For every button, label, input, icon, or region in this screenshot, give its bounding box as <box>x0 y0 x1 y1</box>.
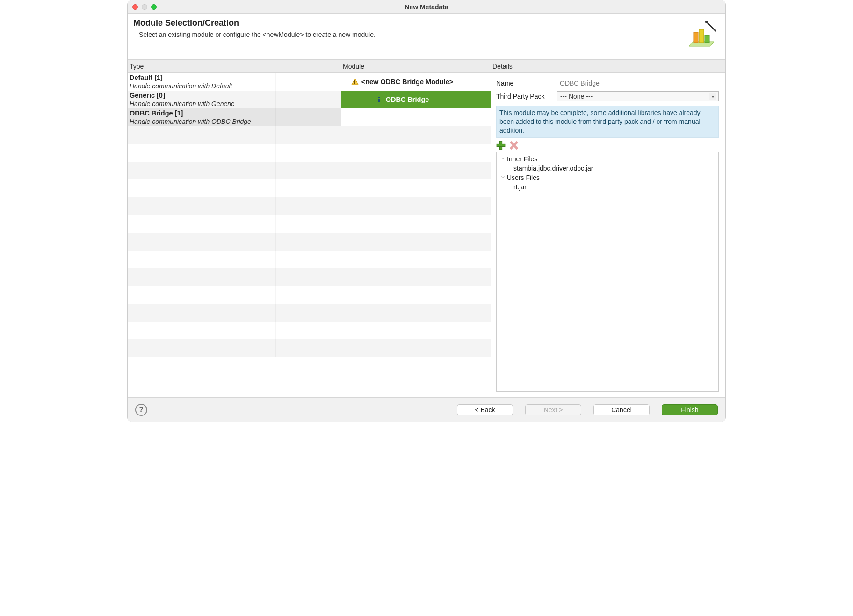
info-icon <box>376 96 383 103</box>
warning-icon <box>351 78 359 86</box>
name-field[interactable]: ODBC Bridge <box>557 78 719 88</box>
page-title: Module Selection/Creation <box>133 18 685 28</box>
third-party-pack-select[interactable]: --- None --- ▾ <box>557 91 719 101</box>
column-header-type: Type <box>128 63 341 70</box>
finish-button[interactable]: Finish <box>662 404 718 415</box>
remove-button[interactable] <box>509 141 519 150</box>
chevron-down-icon: ﹀ <box>499 156 507 162</box>
svg-line-4 <box>707 22 716 31</box>
third-party-pack-label: Third Party Pack <box>496 93 557 100</box>
help-button[interactable]: ? <box>135 404 147 416</box>
chevron-down-icon: ▾ <box>709 93 716 100</box>
tree-file-item[interactable]: rt.jar <box>499 182 716 192</box>
module-info-note: This module may be complete, some additi… <box>496 106 719 138</box>
column-header-details: Details <box>491 63 725 70</box>
wizard-icon <box>685 18 718 51</box>
back-button[interactable]: < Back <box>457 404 513 415</box>
module-item-odbc-bridge[interactable]: ODBC Bridge <box>341 91 463 108</box>
add-button[interactable] <box>496 141 506 150</box>
title-bar: New Metadata <box>128 0 725 14</box>
svg-rect-8 <box>354 83 355 84</box>
window-title: New Metadata <box>128 3 725 11</box>
page-subtitle: Select an existing module or configure t… <box>139 31 685 38</box>
type-item-default[interactable]: Default [1] Handle communication with De… <box>128 73 275 91</box>
chevron-down-icon: ﹀ <box>499 174 507 181</box>
files-tree[interactable]: ﹀ Inner Files stambia.jdbc.driver.odbc.j… <box>496 152 719 392</box>
svg-rect-1 <box>694 32 698 43</box>
svg-point-5 <box>705 21 708 23</box>
tree-group-users-files[interactable]: ﹀ Users Files <box>499 173 716 182</box>
svg-rect-2 <box>699 29 704 43</box>
svg-rect-12 <box>497 144 505 147</box>
type-item-generic[interactable]: Generic [0] Handle communication with Ge… <box>128 91 275 108</box>
tree-group-inner-files[interactable]: ﹀ Inner Files <box>499 154 716 164</box>
svg-rect-9 <box>378 97 380 98</box>
next-button: Next > <box>525 404 581 415</box>
module-list[interactable]: <new ODBC Bridge Module> ODBC Bridge <box>341 73 491 392</box>
type-item-odbc-bridge[interactable]: ODBC Bridge [1] Handle communication wit… <box>128 108 275 126</box>
svg-rect-7 <box>354 80 355 83</box>
name-label: Name <box>496 79 557 87</box>
column-header-module: Module <box>341 63 491 70</box>
svg-rect-10 <box>378 99 380 102</box>
cancel-button[interactable]: Cancel <box>593 404 650 415</box>
svg-rect-3 <box>705 35 709 43</box>
tree-file-item[interactable]: stambia.jdbc.driver.odbc.jar <box>499 164 716 173</box>
type-list[interactable]: Default [1] Handle communication with De… <box>128 73 341 392</box>
module-item-new[interactable]: <new ODBC Bridge Module> <box>341 73 463 91</box>
